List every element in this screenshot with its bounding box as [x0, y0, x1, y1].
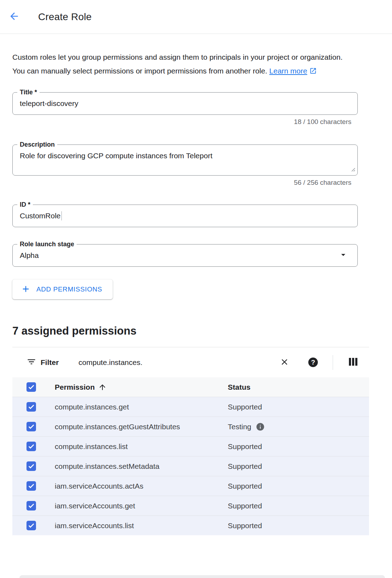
- id-field-group: ID * CustomRole: [12, 205, 358, 227]
- learn-more-link[interactable]: Learn more: [269, 67, 317, 75]
- row-checkbox-cell: [12, 461, 55, 471]
- select-all-checkbox[interactable]: [26, 382, 36, 392]
- back-button[interactable]: [7, 10, 21, 24]
- permission-cell: compute.instances.getGuestAttributes: [55, 423, 228, 431]
- permission-cell: iam.serviceAccounts.get: [55, 502, 228, 510]
- assigned-permissions-heading: 7 assigned permissions: [12, 324, 392, 338]
- row-checkbox-cell: [12, 501, 55, 511]
- row-checkbox-cell: [12, 422, 55, 431]
- status-cell: Supported: [228, 502, 369, 510]
- title-field-label: Title *: [17, 88, 40, 96]
- toolbar-actions: ?: [280, 355, 369, 370]
- permission-cell: compute.instances.setMetadata: [55, 462, 228, 471]
- help-button[interactable]: ?: [308, 358, 333, 367]
- table-row[interactable]: compute.instances.get Supported: [12, 397, 369, 417]
- status-cell: Testing: [228, 422, 369, 431]
- column-header-status[interactable]: Status: [228, 383, 369, 391]
- learn-more-label: Learn more: [269, 67, 307, 75]
- bottom-partial-element: [19, 575, 385, 578]
- dropdown-arrow-icon: [338, 250, 348, 261]
- status-cell: Supported: [228, 521, 369, 530]
- external-link-icon: [309, 68, 317, 76]
- status-label: Supported: [228, 482, 262, 490]
- status-label: Supported: [228, 502, 262, 510]
- permissions-table: Filter compute.instances. ?: [12, 347, 369, 535]
- app-bar: Create Role: [0, 0, 392, 34]
- text-cursor: [61, 211, 62, 220]
- status-cell: Supported: [228, 462, 369, 471]
- add-permissions-button[interactable]: ADD PERMISSIONS: [12, 279, 113, 299]
- status-label: Supported: [228, 442, 262, 451]
- columns-icon: [348, 357, 358, 368]
- toolbar-divider: [333, 355, 333, 370]
- column-header-permission[interactable]: Permission: [55, 383, 228, 391]
- sort-ascending-icon: [98, 383, 107, 391]
- row-checkbox[interactable]: [26, 461, 36, 471]
- info-icon[interactable]: [256, 422, 265, 431]
- row-checkbox[interactable]: [26, 501, 36, 511]
- row-checkbox[interactable]: [26, 422, 36, 431]
- filter-toolbar: Filter compute.instances. ?: [12, 347, 369, 377]
- arrow-left-icon: [8, 11, 20, 23]
- filter-label: Filter: [41, 358, 59, 367]
- row-checkbox[interactable]: [26, 442, 36, 451]
- row-checkbox-cell: [12, 481, 55, 491]
- add-permissions-label: ADD PERMISSIONS: [36, 285, 102, 293]
- title-input[interactable]: Title * teleport-discovery: [12, 92, 358, 115]
- status-label: Supported: [228, 462, 262, 471]
- row-checkbox[interactable]: [26, 402, 36, 412]
- launch-stage-field-group: Role launch stage Alpha: [12, 244, 358, 267]
- filter-icon: [26, 357, 36, 368]
- description-char-counter: 56 / 256 characters: [12, 179, 358, 187]
- page-title: Create Role: [38, 11, 92, 23]
- description-field-group: Description Role for discovering GCP com…: [12, 144, 358, 187]
- resize-handle-icon[interactable]: [350, 167, 356, 173]
- table-row[interactable]: iam.serviceAccounts.actAs Supported: [12, 476, 369, 496]
- id-field-text: CustomRole: [20, 212, 61, 220]
- column-options-button[interactable]: [348, 357, 358, 368]
- row-checkbox[interactable]: [26, 481, 36, 491]
- description-field-value: Role for discovering GCP compute instanc…: [13, 145, 357, 161]
- id-field-value: CustomRole: [13, 205, 357, 227]
- help-icon: ?: [308, 358, 318, 367]
- filter-query-text[interactable]: compute.instances.: [78, 358, 142, 367]
- clear-filter-button[interactable]: [280, 357, 289, 368]
- table-header-row: Permission Status: [12, 377, 369, 397]
- description-field-label: Description: [17, 140, 57, 149]
- title-char-counter: 18 / 100 characters: [12, 118, 358, 126]
- status-label: Supported: [228, 403, 262, 411]
- title-field-group: Title * teleport-discovery 18 / 100 char…: [12, 92, 358, 126]
- permission-cell: compute.instances.get: [55, 403, 228, 411]
- table-row[interactable]: compute.instances.list Supported: [12, 436, 369, 456]
- filter-area[interactable]: Filter compute.instances.: [12, 357, 280, 368]
- row-checkbox-cell: [12, 521, 55, 530]
- permissions-table-body: compute.instances.get Supported compute.…: [12, 397, 369, 535]
- table-row[interactable]: iam.serviceAccounts.list Supported: [12, 515, 369, 535]
- permission-cell: iam.serviceAccounts.actAs: [55, 482, 228, 490]
- id-input[interactable]: ID * CustomRole: [12, 205, 358, 227]
- table-row[interactable]: compute.instances.getGuestAttributes Tes…: [12, 417, 369, 436]
- select-all-cell: [12, 382, 55, 392]
- description-textarea[interactable]: Description Role for discovering GCP com…: [12, 144, 358, 176]
- permission-column-label: Permission: [55, 383, 95, 391]
- plus-icon: [21, 284, 31, 295]
- row-checkbox-cell: [12, 402, 55, 412]
- title-field-value: teleport-discovery: [13, 93, 357, 114]
- status-cell: Supported: [228, 403, 369, 411]
- row-checkbox-cell: [12, 442, 55, 451]
- launch-stage-select[interactable]: Role launch stage Alpha: [12, 244, 358, 267]
- status-cell: Supported: [228, 442, 369, 451]
- close-icon: [280, 357, 289, 368]
- permission-cell: compute.instances.list: [55, 442, 228, 451]
- row-checkbox[interactable]: [26, 521, 36, 530]
- status-label: Supported: [228, 521, 262, 530]
- status-cell: Supported: [228, 482, 369, 490]
- id-field-label: ID *: [17, 200, 33, 209]
- intro-paragraph: Custom roles let you group permissions a…: [12, 50, 357, 79]
- table-row[interactable]: compute.instances.setMetadata Supported: [12, 456, 369, 476]
- table-row[interactable]: iam.serviceAccounts.get Supported: [12, 496, 369, 515]
- permission-cell: iam.serviceAccounts.list: [55, 521, 228, 530]
- launch-stage-label: Role launch stage: [17, 240, 77, 248]
- status-label: Testing: [228, 423, 251, 431]
